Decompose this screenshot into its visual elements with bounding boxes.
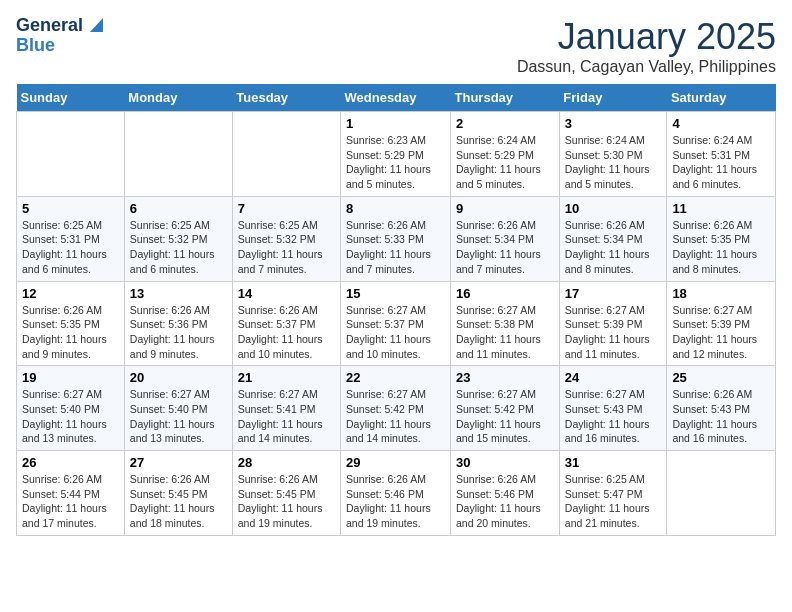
day-info: Sunrise: 6:26 AM Sunset: 5:33 PM Dayligh… [346,218,445,277]
calendar-cell: 11Sunrise: 6:26 AM Sunset: 5:35 PM Dayli… [667,196,776,281]
day-number: 9 [456,201,554,216]
day-number: 5 [22,201,119,216]
day-info: Sunrise: 6:25 AM Sunset: 5:32 PM Dayligh… [130,218,227,277]
day-number: 6 [130,201,227,216]
calendar-cell: 23Sunrise: 6:27 AM Sunset: 5:42 PM Dayli… [451,366,560,451]
calendar-week-5: 26Sunrise: 6:26 AM Sunset: 5:44 PM Dayli… [17,451,776,536]
calendar-cell: 27Sunrise: 6:26 AM Sunset: 5:45 PM Dayli… [124,451,232,536]
day-number: 21 [238,370,335,385]
calendar-cell: 2Sunrise: 6:24 AM Sunset: 5:29 PM Daylig… [451,112,560,197]
calendar-cell: 5Sunrise: 6:25 AM Sunset: 5:31 PM Daylig… [17,196,125,281]
calendar-cell [667,451,776,536]
day-info: Sunrise: 6:26 AM Sunset: 5:45 PM Dayligh… [238,472,335,531]
day-info: Sunrise: 6:26 AM Sunset: 5:35 PM Dayligh… [672,218,770,277]
svg-marker-0 [90,18,103,32]
calendar-week-3: 12Sunrise: 6:26 AM Sunset: 5:35 PM Dayli… [17,281,776,366]
calendar-cell: 1Sunrise: 6:23 AM Sunset: 5:29 PM Daylig… [341,112,451,197]
day-number: 20 [130,370,227,385]
day-info: Sunrise: 6:27 AM Sunset: 5:39 PM Dayligh… [565,303,662,362]
day-info: Sunrise: 6:24 AM Sunset: 5:30 PM Dayligh… [565,133,662,192]
day-number: 13 [130,286,227,301]
day-number: 30 [456,455,554,470]
day-info: Sunrise: 6:27 AM Sunset: 5:40 PM Dayligh… [130,387,227,446]
day-info: Sunrise: 6:24 AM Sunset: 5:29 PM Dayligh… [456,133,554,192]
day-info: Sunrise: 6:26 AM Sunset: 5:34 PM Dayligh… [565,218,662,277]
day-number: 23 [456,370,554,385]
calendar-cell: 10Sunrise: 6:26 AM Sunset: 5:34 PM Dayli… [559,196,667,281]
calendar-cell: 24Sunrise: 6:27 AM Sunset: 5:43 PM Dayli… [559,366,667,451]
day-number: 12 [22,286,119,301]
calendar-cell [17,112,125,197]
day-info: Sunrise: 6:25 AM Sunset: 5:31 PM Dayligh… [22,218,119,277]
weekday-header-monday: Monday [124,84,232,112]
day-info: Sunrise: 6:27 AM Sunset: 5:43 PM Dayligh… [565,387,662,446]
weekday-header-row: SundayMondayTuesdayWednesdayThursdayFrid… [17,84,776,112]
day-number: 2 [456,116,554,131]
calendar-cell: 12Sunrise: 6:26 AM Sunset: 5:35 PM Dayli… [17,281,125,366]
weekday-header-sunday: Sunday [17,84,125,112]
calendar-cell: 19Sunrise: 6:27 AM Sunset: 5:40 PM Dayli… [17,366,125,451]
day-number: 15 [346,286,445,301]
calendar-cell: 13Sunrise: 6:26 AM Sunset: 5:36 PM Dayli… [124,281,232,366]
calendar-table: SundayMondayTuesdayWednesdayThursdayFrid… [16,84,776,536]
logo-general: General [16,16,83,36]
day-info: Sunrise: 6:27 AM Sunset: 5:42 PM Dayligh… [346,387,445,446]
day-info: Sunrise: 6:27 AM Sunset: 5:41 PM Dayligh… [238,387,335,446]
day-number: 3 [565,116,662,131]
calendar-cell: 25Sunrise: 6:26 AM Sunset: 5:43 PM Dayli… [667,366,776,451]
calendar-cell: 28Sunrise: 6:26 AM Sunset: 5:45 PM Dayli… [232,451,340,536]
day-number: 14 [238,286,335,301]
day-info: Sunrise: 6:24 AM Sunset: 5:31 PM Dayligh… [672,133,770,192]
day-info: Sunrise: 6:26 AM Sunset: 5:34 PM Dayligh… [456,218,554,277]
day-info: Sunrise: 6:26 AM Sunset: 5:44 PM Dayligh… [22,472,119,531]
calendar-cell: 4Sunrise: 6:24 AM Sunset: 5:31 PM Daylig… [667,112,776,197]
day-number: 4 [672,116,770,131]
calendar-cell: 22Sunrise: 6:27 AM Sunset: 5:42 PM Dayli… [341,366,451,451]
day-info: Sunrise: 6:27 AM Sunset: 5:37 PM Dayligh… [346,303,445,362]
day-number: 28 [238,455,335,470]
location: Dassun, Cagayan Valley, Philippines [517,58,776,76]
day-info: Sunrise: 6:25 AM Sunset: 5:32 PM Dayligh… [238,218,335,277]
day-info: Sunrise: 6:26 AM Sunset: 5:45 PM Dayligh… [130,472,227,531]
calendar-week-1: 1Sunrise: 6:23 AM Sunset: 5:29 PM Daylig… [17,112,776,197]
month-title: January 2025 [517,16,776,58]
weekday-header-friday: Friday [559,84,667,112]
day-number: 7 [238,201,335,216]
day-info: Sunrise: 6:26 AM Sunset: 5:46 PM Dayligh… [456,472,554,531]
calendar-cell: 7Sunrise: 6:25 AM Sunset: 5:32 PM Daylig… [232,196,340,281]
calendar-cell: 9Sunrise: 6:26 AM Sunset: 5:34 PM Daylig… [451,196,560,281]
day-number: 16 [456,286,554,301]
day-number: 29 [346,455,445,470]
logo: General Blue [16,16,103,56]
logo-blue: Blue [16,36,55,56]
calendar-cell: 14Sunrise: 6:26 AM Sunset: 5:37 PM Dayli… [232,281,340,366]
calendar-cell: 17Sunrise: 6:27 AM Sunset: 5:39 PM Dayli… [559,281,667,366]
day-info: Sunrise: 6:25 AM Sunset: 5:47 PM Dayligh… [565,472,662,531]
day-number: 17 [565,286,662,301]
day-info: Sunrise: 6:26 AM Sunset: 5:46 PM Dayligh… [346,472,445,531]
calendar-cell [232,112,340,197]
calendar-week-2: 5Sunrise: 6:25 AM Sunset: 5:31 PM Daylig… [17,196,776,281]
day-info: Sunrise: 6:27 AM Sunset: 5:42 PM Dayligh… [456,387,554,446]
day-number: 22 [346,370,445,385]
day-info: Sunrise: 6:27 AM Sunset: 5:39 PM Dayligh… [672,303,770,362]
weekday-header-wednesday: Wednesday [341,84,451,112]
day-number: 10 [565,201,662,216]
weekday-header-thursday: Thursday [451,84,560,112]
calendar-cell: 26Sunrise: 6:26 AM Sunset: 5:44 PM Dayli… [17,451,125,536]
logo-icon [85,16,103,34]
day-info: Sunrise: 6:26 AM Sunset: 5:35 PM Dayligh… [22,303,119,362]
day-number: 27 [130,455,227,470]
calendar-cell: 8Sunrise: 6:26 AM Sunset: 5:33 PM Daylig… [341,196,451,281]
calendar-cell [124,112,232,197]
day-number: 25 [672,370,770,385]
day-number: 24 [565,370,662,385]
title-section: January 2025 Dassun, Cagayan Valley, Phi… [517,16,776,76]
page-header: General Blue January 2025 Dassun, Cagaya… [16,16,776,76]
day-number: 31 [565,455,662,470]
weekday-header-tuesday: Tuesday [232,84,340,112]
day-number: 11 [672,201,770,216]
calendar-cell: 16Sunrise: 6:27 AM Sunset: 5:38 PM Dayli… [451,281,560,366]
calendar-cell: 29Sunrise: 6:26 AM Sunset: 5:46 PM Dayli… [341,451,451,536]
calendar-cell: 20Sunrise: 6:27 AM Sunset: 5:40 PM Dayli… [124,366,232,451]
